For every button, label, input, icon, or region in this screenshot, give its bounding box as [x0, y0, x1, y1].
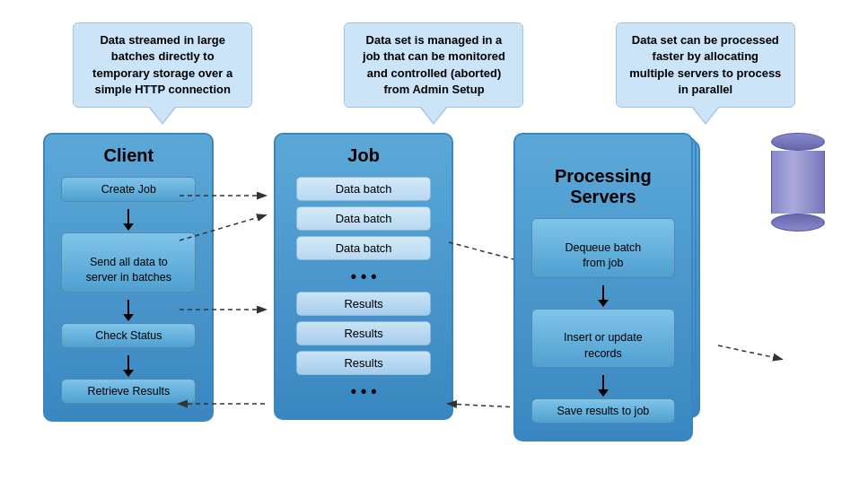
callout-row: Data streamed in large batches directly …	[9, 9, 859, 108]
job-title: Job	[347, 145, 380, 166]
send-data-label: Send all data to server in batches	[86, 256, 171, 284]
arrow-insert-to-save	[598, 375, 609, 397]
processing-panel: Processing Servers Dequeue batch from jo…	[513, 133, 693, 441]
create-job-label: Create Job	[101, 183, 156, 196]
arrow-create-to-send	[123, 209, 134, 231]
results-1: Results	[296, 292, 431, 316]
arrow-send-to-check	[123, 300, 134, 321]
diagram-container: Data streamed in large batches directly …	[0, 0, 868, 498]
processing-title-text: Processing Servers	[555, 166, 652, 206]
results-dots: • • •	[351, 382, 377, 401]
check-status-label: Check Status	[95, 329, 162, 342]
step-dequeue: Dequeue batch from job	[531, 218, 675, 278]
batch-3-label: Data batch	[336, 241, 392, 255]
database	[771, 133, 825, 232]
job-panel: Job Data batch Data batch Data batch • •…	[274, 133, 453, 420]
save-results-label: Save results to job	[557, 405, 649, 417]
database-container	[771, 133, 825, 285]
step-insert-update: Insert or update records	[531, 309, 675, 369]
processing-title: Processing Servers	[555, 145, 652, 207]
db-bottom	[771, 214, 825, 232]
db-top	[771, 133, 825, 151]
results-2-label: Results	[344, 327, 382, 340]
step-check-status: Check Status	[61, 323, 196, 348]
step-send-data: Send all data to server in batches	[61, 232, 196, 293]
results-3: Results	[296, 351, 431, 375]
data-batch-3: Data batch	[296, 236, 431, 260]
callout-job-text: Data set is managed in a job that can be…	[363, 33, 505, 96]
batch-dots: • • •	[351, 267, 377, 286]
client-title: Client	[104, 145, 154, 166]
arrow-dequeue-to-insert	[598, 285, 609, 307]
step-create-job: Create Job	[61, 177, 196, 202]
callout-processing: Data set can be processed faster by allo…	[616, 22, 795, 108]
data-batch-1: Data batch	[296, 177, 431, 201]
insert-update-label: Insert or update records	[564, 331, 643, 360]
step-save-results: Save results to job	[531, 398, 675, 424]
step-retrieve-results: Retrieve Results	[61, 379, 196, 404]
batch-2-label: Data batch	[336, 212, 392, 225]
retrieve-results-label: Retrieve Results	[88, 385, 171, 398]
batch-1-label: Data batch	[336, 182, 392, 196]
data-batch-2: Data batch	[296, 206, 431, 231]
arrow-check-to-retrieve	[123, 355, 134, 377]
callout-processing-text: Data set can be processed faster by allo…	[629, 33, 781, 96]
callout-job: Data set is managed in a job that can be…	[344, 22, 523, 108]
dequeue-label: Dequeue batch from job	[565, 241, 641, 270]
callout-client-text: Data streamed in large batches directly …	[92, 33, 232, 96]
results-2: Results	[296, 321, 431, 345]
results-1-label: Results	[344, 297, 382, 310]
callout-client: Data streamed in large batches directly …	[73, 22, 252, 108]
client-panel: Client Create Job Send all data to serve…	[43, 133, 214, 422]
processing-wrapper: Processing Servers Dequeue batch from jo…	[513, 133, 711, 441]
db-body	[771, 151, 825, 214]
main-row: Client Create Job Send all data to serve…	[9, 108, 859, 489]
results-3-label: Results	[344, 356, 382, 370]
